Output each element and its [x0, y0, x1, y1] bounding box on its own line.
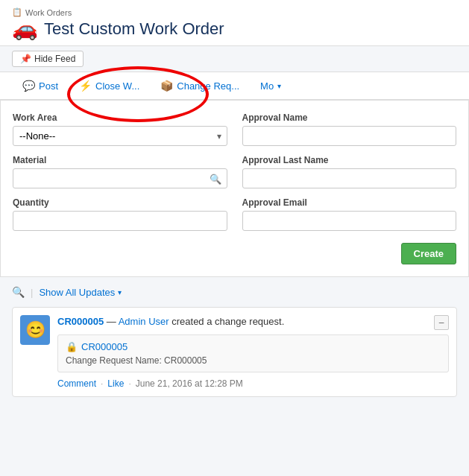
work-area-select-wrapper: --None-- [13, 126, 227, 146]
feed-sub-item: 🔒 CR000005 Change Request Name: CR000005 [57, 334, 449, 372]
feed-text: CR000005 — Admin User created a change r… [57, 315, 284, 329]
form-row-1: Work Area --None-- Approval Name [13, 112, 456, 146]
material-input[interactable] [13, 168, 227, 188]
more-button[interactable]: Mo ▾ [250, 73, 292, 101]
hide-feed-button[interactable]: 📌 Hide Feed [12, 51, 84, 67]
quantity-field: Quantity [13, 197, 227, 231]
sub-item-label: Change Request Name: CR000005 [66, 355, 441, 366]
post-icon: 💬 [22, 80, 35, 92]
feed-separator: — [107, 316, 119, 327]
show-all-chevron-icon: ▾ [118, 288, 122, 296]
feed-item: 😊 CR000005 — Admin User created a change… [12, 307, 457, 397]
feed-section: 🔍 | Show All Updates ▾ 😊 CR000005 — Admi… [0, 277, 469, 406]
approval-first-name-input[interactable] [242, 126, 457, 146]
approval-first-name-field: Approval Name [242, 112, 457, 146]
approval-first-name-label: Approval Name [242, 112, 457, 123]
sub-item-link-text: CR000005 [81, 341, 128, 352]
quantity-label: Quantity [13, 197, 227, 208]
form-row-2: Material 🔍 Approval Last Name [13, 155, 456, 188]
breadcrumb-text: Work Orders [25, 8, 72, 17]
avatar: 😊 [20, 315, 50, 345]
feed-action-label: created a change request. [171, 316, 284, 327]
approval-last-name-input[interactable] [242, 168, 457, 188]
page-icon: 🚗 [12, 19, 38, 39]
action-bar: 💬 Post ⚡ Close W... 📦 Change Req... Mo ▾ [0, 72, 469, 101]
feed-bar: 📌 Hide Feed [0, 46, 469, 72]
more-label: Mo [260, 80, 274, 92]
feed-timestamp: June 21, 2016 at 12:28 PM [136, 378, 243, 389]
material-field: Material 🔍 [13, 155, 227, 188]
change-req-button[interactable]: 📦 Change Req... [150, 72, 250, 101]
page-header: 📋 Work Orders 🚗 Test Custom Work Order [0, 0, 469, 46]
approval-email-field: Approval Email [242, 197, 457, 231]
feed-divider: | [31, 287, 33, 298]
comment-link[interactable]: Comment [57, 378, 96, 389]
approval-email-label: Approval Email [242, 197, 457, 208]
material-label: Material [13, 155, 227, 165]
feed-filter-row: 🔍 | Show All Updates ▾ [12, 286, 457, 298]
work-area-select[interactable]: --None-- [13, 126, 227, 146]
approval-email-input[interactable] [242, 211, 457, 231]
breadcrumb-icon: 📋 [12, 7, 22, 17]
breadcrumb: 📋 Work Orders [12, 7, 457, 17]
form-row-3: Quantity Approval Email [13, 197, 456, 231]
close-work-label: Close W... [95, 80, 139, 92]
create-button[interactable]: Create [401, 243, 456, 264]
quantity-input[interactable] [13, 211, 227, 231]
work-area-field: Work Area --None-- [13, 112, 227, 146]
lightning-icon: ⚡ [79, 80, 92, 92]
show-all-label: Show All Updates [39, 287, 115, 298]
feed-content: CR000005 — Admin User created a change r… [57, 315, 449, 389]
work-area-label: Work Area [13, 112, 227, 123]
chevron-down-icon: ▾ [277, 82, 281, 90]
sub-item-link[interactable]: 🔒 CR000005 [66, 341, 441, 352]
feed-search-icon[interactable]: 🔍 [12, 286, 25, 298]
package-icon: 📦 [160, 80, 173, 92]
footer-dot-1: · [101, 378, 103, 389]
post-label: Post [39, 80, 58, 92]
form-area: Work Area --None-- Approval Name Materia… [0, 101, 469, 277]
collapse-button[interactable]: – [434, 315, 449, 330]
feed-record-link[interactable]: CR000005 [57, 316, 104, 327]
like-link[interactable]: Like [107, 378, 124, 389]
close-work-button[interactable]: ⚡ Close W... [69, 72, 150, 101]
hide-feed-label: Hide Feed [34, 54, 75, 64]
footer-dot-2: · [128, 378, 130, 389]
show-all-updates-button[interactable]: Show All Updates ▾ [39, 287, 122, 298]
form-actions: Create [13, 240, 456, 264]
approval-last-name-field: Approval Last Name [242, 155, 457, 188]
feed-main-line: CR000005 — Admin User created a change r… [57, 315, 449, 330]
feed-footer: Comment · Like · June 21, 2016 at 12:28 … [57, 378, 449, 389]
post-button[interactable]: 💬 Post [12, 72, 69, 101]
feed-author-link[interactable]: Admin User [119, 316, 169, 327]
page-title: Test Custom Work Order [44, 19, 224, 39]
change-req-label: Change Req... [177, 80, 239, 92]
approval-last-name-label: Approval Last Name [242, 155, 457, 165]
material-input-wrapper: 🔍 [13, 168, 227, 188]
pin-icon: 📌 [20, 54, 31, 64]
avatar-emoji: 😊 [25, 320, 45, 340]
lock-icon: 🔒 [66, 341, 78, 352]
